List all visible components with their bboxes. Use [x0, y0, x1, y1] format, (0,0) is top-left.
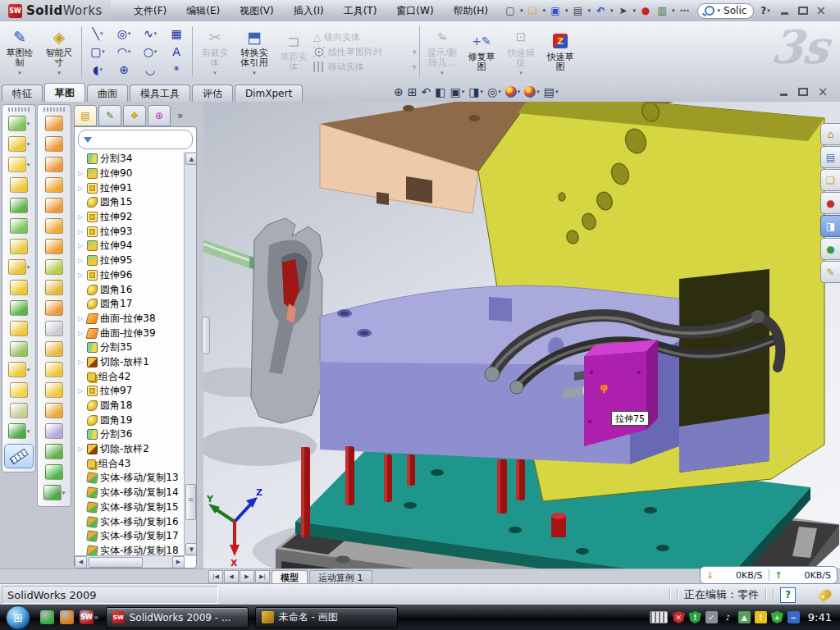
doc-close-button[interactable]: ×	[817, 87, 829, 97]
tree-item[interactable]: ▷拉伸92	[76, 210, 185, 225]
measure-button[interactable]	[4, 444, 34, 468]
traffic-light-icon[interactable]: ●	[638, 3, 653, 18]
rapid-sketch-button[interactable]: Z 快速草 图	[541, 21, 580, 82]
zoom-to-area-button[interactable]: ⊞	[408, 85, 418, 98]
dimxpert-manager-tab[interactable]: ⊕	[148, 105, 171, 126]
tree-item[interactable]: 实体-移动/复制18	[76, 544, 185, 556]
wrap-button[interactable]	[38, 380, 71, 400]
doc-minimize-button[interactable]	[778, 87, 789, 97]
point-tool[interactable]: *	[163, 61, 189, 79]
view-palette-tab[interactable]: ◨	[820, 215, 840, 237]
expand-arrow-icon[interactable]: ▷	[76, 445, 84, 453]
taskbar-clock[interactable]: 9:41	[808, 611, 832, 623]
flatten-button[interactable]	[38, 421, 71, 441]
quick-tips-button[interactable]: ?	[780, 587, 796, 603]
repair-sketch-button[interactable]: +✎ 修复草 图	[462, 21, 501, 82]
text-tool[interactable]: A	[163, 43, 189, 61]
knit-surface-button[interactable]	[38, 257, 71, 277]
tree-item[interactable]: 圆角17	[76, 297, 185, 312]
doc-restore-button[interactable]	[797, 87, 809, 97]
tree-item[interactable]: 实体-移动/复制16	[76, 514, 185, 529]
tab-模具工具[interactable]: 模具工具	[130, 84, 190, 102]
expand-arrow-icon[interactable]: ▷	[76, 315, 84, 322]
extruded-cut-button[interactable]: ▾	[2, 134, 35, 154]
scroll-down-button[interactable]: ▼	[185, 543, 197, 555]
tree-horizontal-scrollbar[interactable]: ◀ ▶	[75, 555, 185, 568]
planar-surface-button[interactable]	[38, 236, 71, 257]
lofted-boss-button[interactable]	[38, 175, 71, 195]
indent-button[interactable]	[2, 400, 35, 421]
expand-arrow-icon[interactable]: ▷	[76, 330, 84, 337]
tree-item[interactable]: 组合42	[76, 369, 185, 384]
design-library-tab[interactable]: ▤	[820, 146, 840, 168]
voice-commands-icon[interactable]: ⋯	[678, 3, 692, 18]
dome-button[interactable]	[38, 134, 71, 154]
tree-item[interactable]: ▷拉伸91	[76, 180, 185, 195]
tree-item[interactable]: 圆角18	[76, 399, 185, 413]
taskbar-window-solidworks[interactable]: SW SolidWorks 2009 - ...	[106, 607, 249, 628]
menu-6[interactable]: 帮助(H)	[445, 2, 496, 21]
col1-grip[interactable]	[8, 107, 30, 112]
tab-特征[interactable]: 特征	[2, 84, 43, 102]
expand-arrow-icon[interactable]: ▷	[76, 213, 84, 221]
tree-item[interactable]: ▷拉伸95	[76, 253, 185, 268]
delete-body-chevron-icon[interactable]: ▾	[27, 367, 30, 373]
vertical-scroll-thumb[interactable]	[185, 484, 196, 520]
combine-button[interactable]	[2, 318, 35, 339]
last-tab-button[interactable]: ▶|	[255, 570, 270, 583]
mirror-entities-button[interactable]: △ 镜向实体	[313, 31, 417, 43]
thicken-button[interactable]	[38, 277, 71, 298]
tree-item[interactable]: 圆角19	[76, 413, 185, 427]
tree-item[interactable]: 分割35	[76, 340, 185, 355]
menu-0[interactable]: 文件(F)	[126, 2, 175, 21]
tags-icon[interactable]	[817, 587, 833, 602]
move-entities-button[interactable]: 移动实体▾	[313, 61, 417, 73]
update-agent-icon[interactable]: ✓	[705, 611, 718, 623]
print-chevron-icon[interactable]: ▾	[588, 7, 591, 14]
messenger-icon[interactable]	[40, 610, 54, 624]
menu-5[interactable]: 窗口(W)	[388, 2, 441, 21]
menu-1[interactable]: 编辑(E)	[178, 2, 228, 21]
security-alert-icon[interactable]: ✕	[673, 611, 685, 623]
fillet-sketch-tool[interactable]: ◡	[137, 61, 163, 79]
tab-overflow-button[interactable]: »	[177, 110, 183, 121]
arc-tool[interactable]: ◠▾	[111, 43, 137, 61]
revolved-boss-button[interactable]	[38, 113, 71, 134]
col2-grip[interactable]	[43, 107, 65, 112]
shell-button[interactable]	[2, 195, 35, 216]
model-tab-运动算例 1[interactable]: 运动算例 1	[309, 570, 372, 584]
tab-草图[interactable]: 草图	[44, 83, 85, 102]
swept-surface-button[interactable]	[38, 298, 71, 318]
move-face-button[interactable]	[38, 400, 71, 421]
antivirus-icon[interactable]: !	[689, 611, 701, 623]
tree-item[interactable]: 实体-移动/复制13	[76, 471, 185, 486]
display-style-button[interactable]: ◨▾	[468, 85, 483, 98]
select-arrow-icon[interactable]: ➤	[616, 3, 631, 18]
line-tool[interactable]: ╲▾	[84, 25, 111, 43]
property-manager-tab[interactable]: ✎	[98, 105, 121, 126]
restore-button[interactable]	[797, 6, 809, 16]
save-chevron-icon[interactable]: ▾	[565, 7, 568, 14]
health-shield-icon[interactable]: +	[771, 611, 783, 623]
offset-surface-button[interactable]	[38, 339, 71, 359]
section-view-button[interactable]: ◧	[435, 85, 445, 98]
tree-filter-field[interactable]	[78, 130, 193, 149]
model-tab-模型[interactable]: 模型	[272, 570, 308, 584]
fillet-chevron-icon[interactable]: ▾	[27, 162, 30, 168]
rectangle-tool[interactable]: ▢▾	[84, 43, 111, 61]
expand-arrow-icon[interactable]: ▷	[76, 257, 84, 264]
search-input[interactable]: Solic	[724, 5, 746, 16]
tree-item[interactable]: 圆角16	[76, 282, 185, 297]
view-settings-button[interactable]: ▤▾	[544, 85, 559, 98]
help-chevron-icon[interactable]: ▾	[767, 7, 770, 14]
launcher-icon[interactable]	[60, 610, 74, 624]
custom-properties-tab[interactable]: ✎	[820, 261, 840, 283]
slot-tool[interactable]: ◖▾	[84, 61, 111, 79]
extruded-boss-chevron-icon[interactable]: ▾	[27, 121, 30, 127]
expand-arrow-icon[interactable]: ▷	[76, 185, 84, 192]
fillet-surface-button[interactable]	[38, 441, 71, 462]
tree-item[interactable]: 分割36	[76, 427, 185, 442]
circle-tool[interactable]: ◎▾	[111, 25, 137, 43]
tree-item[interactable]: ▷拉伸96	[76, 268, 185, 283]
horizontal-scroll-thumb[interactable]	[89, 557, 143, 568]
